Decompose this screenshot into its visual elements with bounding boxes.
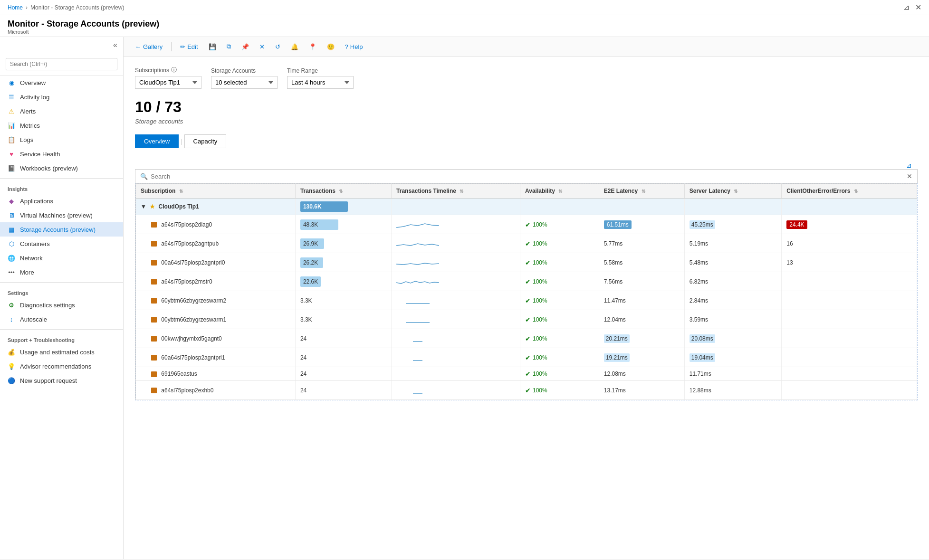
row-availability: ✔ 100% xyxy=(520,367,599,381)
check-icon: ✔ xyxy=(525,297,531,304)
row-transactions: 24 xyxy=(295,348,391,367)
pin-window-icon[interactable]: ⊿ xyxy=(903,3,910,12)
table-row-subscription[interactable]: ▼ ★ CloudOps Tip1 130.6K xyxy=(136,199,917,215)
col-e2e-latency[interactable]: E2E Latency ⇅ xyxy=(599,184,684,199)
storage-row-icon xyxy=(151,355,157,361)
storage-row-icon xyxy=(151,388,157,393)
sidebar-item-alerts[interactable]: ⚠ Alerts xyxy=(0,104,123,118)
row-client-errors: 13 xyxy=(782,253,917,272)
sparkline-chart xyxy=(396,332,439,343)
col-transactions[interactable]: Transactions ⇅ xyxy=(295,184,391,199)
row-name: 691965eastus xyxy=(136,367,296,381)
sidebar-item-more[interactable]: ••• More xyxy=(0,265,123,279)
col-server-latency[interactable]: Server Latency ⇅ xyxy=(684,184,782,199)
col-subscription[interactable]: Subscription ⇅ xyxy=(136,184,296,199)
sidebar-item-advisor[interactable]: 💡 Advisor recommendations xyxy=(0,359,123,373)
sort-availability-icon: ⇅ xyxy=(558,189,562,194)
storage-row-icon xyxy=(151,241,157,247)
sidebar-item-diagnostics[interactable]: ⚙ Diagnostics settings xyxy=(0,298,123,312)
table-row[interactable]: a64sl75plosp2agntpub 26.9K xyxy=(136,234,917,253)
advisor-icon: 💡 xyxy=(8,362,15,370)
table-row[interactable]: a64sl75plosp2exhb0 24 ✔ xyxy=(136,381,917,400)
feedback-button[interactable]: 🙂 xyxy=(323,41,338,52)
sidebar-collapse-button[interactable]: « xyxy=(109,39,121,51)
table-row[interactable]: 00kwwjhgymlxd5gagnt0 24 ✔ xyxy=(136,329,917,348)
gallery-icon: ← xyxy=(135,43,141,50)
search-input[interactable] xyxy=(6,58,117,70)
table-pin-icon[interactable]: ⊿ xyxy=(906,161,912,169)
breadcrumb-home[interactable]: Home xyxy=(8,4,23,11)
tab-overview[interactable]: Overview xyxy=(135,134,179,148)
close-window-icon[interactable]: ✕ xyxy=(915,3,921,12)
row-name: a64sl75plosp2diag0 xyxy=(136,215,296,234)
subscription-select[interactable]: CloudOps Tip1 xyxy=(135,76,201,89)
table-row[interactable]: 60ybtm66zbygrzeswarm2 3.3K ✔ xyxy=(136,291,917,310)
sidebar-item-service-health-label: Service Health xyxy=(20,151,60,158)
clone-icon: ⧉ xyxy=(227,43,231,50)
storage-row-icon xyxy=(151,317,157,323)
alerts-button[interactable]: 🔔 xyxy=(287,41,302,52)
row-timeline xyxy=(392,272,520,291)
table-row[interactable]: 00ybtm66zbygrzeswarm1 3.3K ✔ xyxy=(136,310,917,329)
row-server-latency: 12.88ms xyxy=(684,381,782,400)
table-row[interactable]: 00a64sl75plosp2agntpri0 26.2K xyxy=(136,253,917,272)
col-availability[interactable]: Availability ⇅ xyxy=(520,184,599,199)
sidebar-item-overview[interactable]: ◉ Overview xyxy=(0,76,123,90)
sidebar-item-logs[interactable]: 📋 Logs xyxy=(0,133,123,147)
table-search-clear-icon[interactable]: ✕ xyxy=(907,172,912,180)
sidebar-search-container xyxy=(0,53,123,76)
delete-button[interactable]: ✕ xyxy=(256,41,268,52)
table-body: ▼ ★ CloudOps Tip1 130.6K xyxy=(136,199,917,400)
time-range-select[interactable]: Last 1 hour Last 4 hours Last 12 hours L… xyxy=(287,76,354,89)
sidebar-item-service-health[interactable]: ♥ Service Health xyxy=(0,147,123,161)
sidebar-item-autoscale[interactable]: ↕ Autoscale xyxy=(0,312,123,326)
refresh-button[interactable]: ↺ xyxy=(271,41,284,52)
table-row[interactable]: 691965eastus 24 ✔ 100% 12.08ms xyxy=(136,367,917,381)
row-e2e-latency: 12.04ms xyxy=(599,310,684,329)
row-client-errors xyxy=(782,291,917,310)
row-transactions: 22.6K xyxy=(295,272,391,291)
clone-button[interactable]: ⧉ xyxy=(223,41,235,52)
col-transactions-timeline[interactable]: Transactions Timeline ⇅ xyxy=(392,184,520,199)
storage-accounts-select[interactable]: 10 selected xyxy=(211,76,278,89)
row-client-errors: 24.4K xyxy=(782,215,917,234)
gallery-button[interactable]: ← Gallery xyxy=(131,41,166,52)
sidebar-item-storage-accounts[interactable]: ▦ Storage Accounts (preview) xyxy=(0,222,123,237)
sidebar-item-support[interactable]: 🔵 New support request xyxy=(0,373,123,388)
support-section-label: Support + Troubleshooting xyxy=(0,332,123,345)
help-icon: ? xyxy=(345,43,348,50)
row-availability: ✔ 100% xyxy=(520,234,599,253)
col-client-errors[interactable]: ClientOtherError/Errors ⇅ xyxy=(782,184,917,199)
edit-button[interactable]: ✏ Edit xyxy=(176,41,201,52)
check-icon: ✔ xyxy=(525,316,531,323)
storage-accounts-filter-label: Storage Accounts xyxy=(211,67,278,74)
row-transactions: 26.2K xyxy=(295,253,391,272)
favorite-icon: 📍 xyxy=(309,43,316,50)
sidebar-item-activity-log[interactable]: ☰ Activity log xyxy=(0,90,123,104)
sidebar-item-applications[interactable]: ◆ Applications xyxy=(0,194,123,208)
tab-capacity[interactable]: Capacity xyxy=(184,134,227,148)
pin-button[interactable]: 📌 xyxy=(238,41,253,52)
sidebar: « ◉ Overview ☰ Activity log ⚠ Alerts 📊 M… xyxy=(0,37,124,559)
table-row[interactable]: 60a64sl75plosp2agntpri1 24 ✔ xyxy=(136,348,917,367)
overview-icon: ◉ xyxy=(8,79,15,86)
table-row[interactable]: a64sl75plosp2diag0 48.3K xyxy=(136,215,917,234)
subscription-transactions: 130.6K xyxy=(295,199,391,215)
sidebar-item-metrics[interactable]: 📊 Metrics xyxy=(0,118,123,133)
row-e2e-latency: 5.58ms xyxy=(599,253,684,272)
sidebar-item-virtual-machines-label: Virtual Machines (preview) xyxy=(20,212,93,219)
save-button[interactable]: 💾 xyxy=(205,41,220,52)
sidebar-item-network[interactable]: 🌐 Network xyxy=(0,251,123,265)
storage-row-icon xyxy=(151,336,157,342)
row-server-latency: 20.08ms xyxy=(684,329,782,348)
table-header: Subscription ⇅ Transactions ⇅ Transactio… xyxy=(136,184,917,199)
table-search-input[interactable] xyxy=(151,173,907,180)
sidebar-item-workbooks[interactable]: 📓 Workbooks (preview) xyxy=(0,161,123,175)
help-button[interactable]: ? Help xyxy=(341,41,367,52)
table-row[interactable]: a64sl75plosp2mstr0 22.6K xyxy=(136,272,917,291)
sidebar-item-containers[interactable]: ⬡ Containers xyxy=(0,237,123,251)
sidebar-item-virtual-machines[interactable]: 🖥 Virtual Machines (preview) xyxy=(0,208,123,222)
favorite-button[interactable]: 📍 xyxy=(305,41,320,52)
storage-accounts-table: Subscription ⇅ Transactions ⇅ Transactio… xyxy=(135,183,917,400)
sidebar-item-usage[interactable]: 💰 Usage and estimated costs xyxy=(0,345,123,359)
